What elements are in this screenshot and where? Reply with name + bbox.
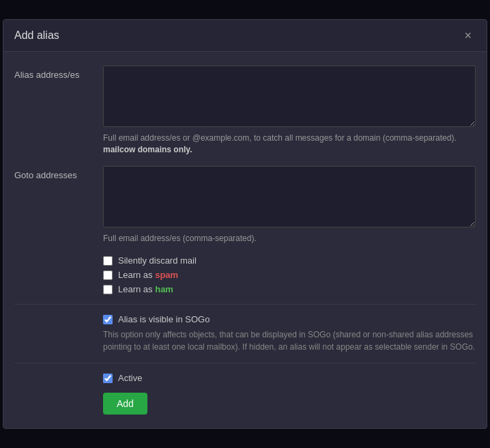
modal-title: Add alias [14,29,59,42]
divider-2 [14,363,476,363]
add-button-section: Add [103,393,476,415]
close-button[interactable]: × [460,28,476,43]
modal-overlay: Add alias × Alias address/es Full email … [0,0,490,448]
learn-ham-item: Learn as ham [103,284,476,294]
learn-spam-label: Learn as spam [118,270,178,280]
silently-discard-checkbox[interactable] [103,256,113,266]
sogo-section: Alias is visible in SOGo This option onl… [103,314,476,353]
add-button[interactable]: Add [103,393,147,415]
modal-body: Alias address/es Full email address/es o… [3,52,487,428]
alias-address-input[interactable] [103,66,476,127]
options-group: Silently discard mail Learn as spam Lear… [103,255,476,294]
learn-ham-label: Learn as ham [118,284,173,294]
goto-addresses-input[interactable] [103,166,476,227]
modal-header: Add alias × [3,20,487,52]
active-label: Active [118,373,142,383]
sogo-visible-label: Alias is visible in SOGo [118,314,210,324]
goto-addresses-label: Goto addresses [14,166,103,180]
active-checkbox[interactable] [103,374,113,383]
silently-discard-label: Silently discard mail [118,255,197,266]
active-section: Active [103,373,476,383]
goto-addresses-row: Goto addresses Full email address/es (co… [14,166,476,244]
add-alias-modal: Add alias × Alias address/es Full email … [3,19,487,429]
silently-discard-item: Silently discard mail [103,255,476,266]
learn-spam-checkbox[interactable] [103,270,113,280]
alias-address-wrap: Full email address/es or @example.com, t… [103,66,476,156]
sogo-description: This option only affects objects, that c… [103,328,476,353]
learn-ham-checkbox[interactable] [103,285,113,294]
divider [14,304,476,305]
learn-spam-item: Learn as spam [103,270,476,280]
alias-address-label: Alias address/es [14,66,103,80]
alias-address-row: Alias address/es Full email address/es o… [14,66,476,156]
sogo-visible-checkbox[interactable] [103,315,113,324]
goto-addresses-wrap: Full email address/es (comma-separated). [103,166,476,244]
alias-address-help: Full email address/es or @example.com, t… [103,132,476,156]
goto-addresses-help: Full email address/es (comma-separated). [103,233,476,244]
sogo-check-row: Alias is visible in SOGo [103,314,476,324]
